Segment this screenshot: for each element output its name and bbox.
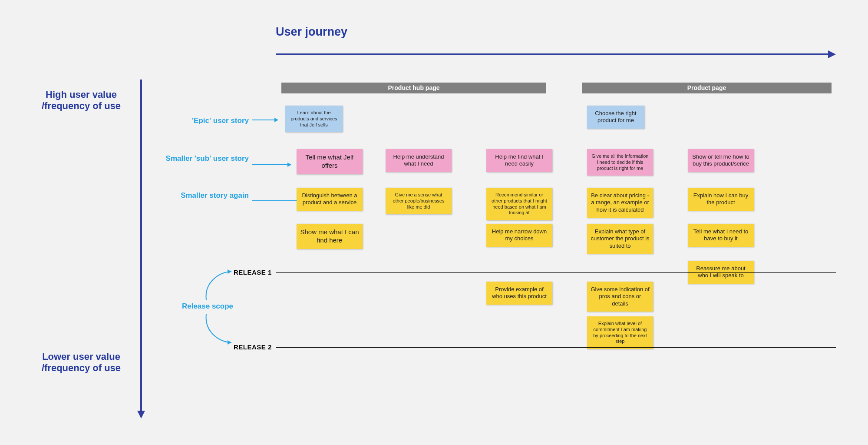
legend-sub: Smaller 'sub' user story bbox=[149, 154, 249, 163]
legend-arrow-scope-1 bbox=[198, 269, 237, 302]
small-note-c2a[interactable]: Give me a sense what other people/busine… bbox=[386, 188, 452, 214]
sub-note-c2[interactable]: Help me understand what I need bbox=[386, 149, 452, 172]
small-note-c4b[interactable]: Explain what type of customer the produc… bbox=[587, 224, 653, 254]
small-note-c5b[interactable]: Tell me what I need to have to buy it bbox=[688, 224, 754, 247]
rel1-note-c4a[interactable]: Give some indication of pros and cons or… bbox=[587, 282, 653, 312]
svg-marker-1 bbox=[228, 340, 231, 345]
small-note-c1b[interactable]: Show me what I can find here bbox=[297, 224, 363, 249]
release-2-line bbox=[276, 347, 836, 348]
small-note-c5a[interactable]: Explain how I can buy the product bbox=[688, 188, 754, 211]
axis-label-high: High user value /frequency of use bbox=[31, 89, 131, 112]
sub-note-c5[interactable]: Show or tell me how to buy this product/… bbox=[688, 149, 754, 172]
column-header-hub: Product hub page bbox=[281, 83, 546, 93]
legend-arrow-sub bbox=[252, 164, 291, 165]
column-header-page: Product page bbox=[582, 83, 832, 93]
release-1-line bbox=[276, 272, 836, 273]
legend-arrow-epic bbox=[252, 120, 278, 120]
legend-scope: Release scope bbox=[179, 302, 236, 311]
legend-arrow-scope-2 bbox=[198, 312, 237, 345]
legend-arrow-small bbox=[252, 200, 303, 201]
sub-note-c4[interactable]: Give me all the information I need to de… bbox=[587, 149, 653, 176]
story-map-canvas: User journey High user value /frequency … bbox=[0, 0, 868, 445]
svg-marker-0 bbox=[228, 269, 231, 274]
diagram-title: User journey bbox=[276, 25, 347, 39]
sub-note-c1[interactable]: Tell me what Jelf offers bbox=[297, 149, 363, 174]
small-note-c3a[interactable]: Recommend similar or other products that… bbox=[486, 188, 552, 220]
legend-small: Smaller story again bbox=[149, 191, 249, 200]
axis-label-low: Lower user value /frequency of use bbox=[31, 351, 131, 374]
rel1-note-c4b[interactable]: Explain what level of commitment I am ma… bbox=[587, 316, 653, 349]
value-axis-arrow bbox=[139, 80, 143, 418]
release-2-label: RELEASE 2 bbox=[234, 343, 272, 351]
small-note-c4a[interactable]: Be clear about pricing - a range, an exa… bbox=[587, 188, 653, 218]
release-1-label: RELEASE 1 bbox=[234, 269, 272, 276]
small-note-c3b[interactable]: Help me narrow down my choices bbox=[486, 224, 552, 247]
sub-note-c3[interactable]: Help me find what I need easily bbox=[486, 149, 552, 172]
legend-epic: 'Epic' user story bbox=[149, 116, 249, 125]
journey-arrow bbox=[276, 52, 836, 56]
epic-note-page[interactable]: Choose the right product for me bbox=[587, 106, 644, 129]
small-note-c1a[interactable]: Distinguish between a product and a serv… bbox=[297, 188, 363, 211]
rel1-note-c3[interactable]: Provide example of who uses this product bbox=[486, 282, 552, 305]
epic-note-hub[interactable]: Learn about the products and services th… bbox=[285, 106, 343, 132]
